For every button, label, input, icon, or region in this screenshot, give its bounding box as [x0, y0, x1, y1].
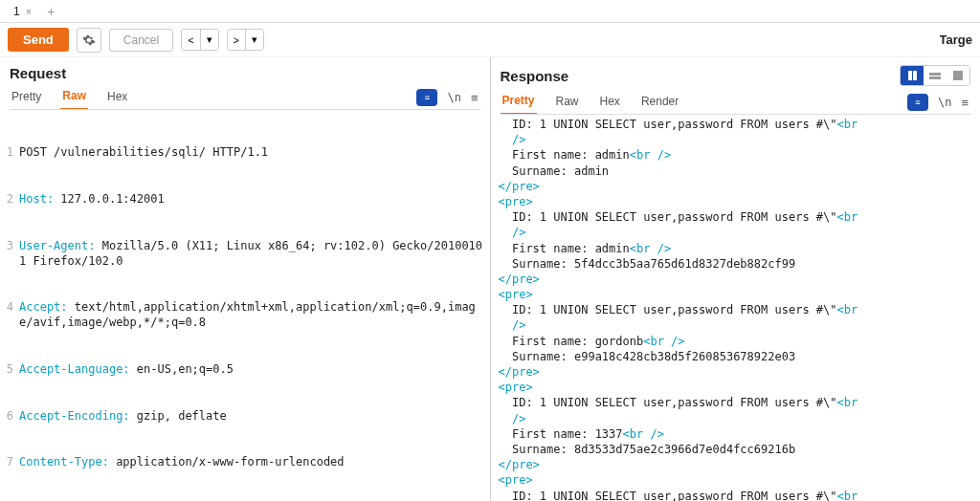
actions-button[interactable]: ≡: [416, 89, 437, 106]
nav-back-group: < ▾: [181, 29, 218, 51]
wrap-icon[interactable]: ≡: [961, 96, 969, 110]
target-label: Targe: [940, 33, 972, 47]
response-tab-pretty[interactable]: Pretty: [501, 90, 537, 115]
wrap-icon[interactable]: ≡: [471, 91, 479, 105]
gear-icon: [82, 33, 96, 47]
send-button[interactable]: Send: [8, 28, 69, 52]
response-subtabs: Pretty Raw Hex Render ≡ \n ≡: [491, 86, 981, 115]
response-tab-hex[interactable]: Hex: [598, 91, 622, 114]
nav-fwd-button[interactable]: >: [228, 30, 245, 50]
window-tabs: 1 × +: [0, 0, 980, 23]
cancel-button[interactable]: Cancel: [109, 29, 173, 52]
request-tab-raw[interactable]: Raw: [60, 85, 88, 110]
nav-back-button[interactable]: <: [182, 30, 199, 50]
request-editor[interactable]: 1POST /vulnerabilities/sqli/ HTTP/1.1 2H…: [0, 110, 490, 501]
nav-back-dropdown[interactable]: ▾: [200, 30, 218, 50]
response-title: Response: [501, 68, 569, 84]
tab-1[interactable]: 1 ×: [6, 2, 39, 21]
layout-rows[interactable]: [924, 66, 947, 85]
request-pane: Request Pretty Raw Hex ≡ \n ≡ 1POST /vul…: [0, 57, 491, 501]
response-viewer[interactable]: ID: 1 UNION SELECT user,password FROM us…: [491, 115, 981, 501]
request-subtabs: Pretty Raw Hex ≡ \n ≡: [0, 81, 490, 110]
response-tab-raw[interactable]: Raw: [554, 91, 581, 114]
layout-columns[interactable]: [901, 66, 924, 85]
main-split: Request Pretty Raw Hex ≡ \n ≡ 1POST /vul…: [0, 57, 980, 501]
new-tab-button[interactable]: +: [39, 1, 62, 22]
response-pane: Response Pretty Raw Hex Render ≡ \n ≡ ID…: [491, 57, 981, 501]
nav-fwd-group: > ▾: [227, 29, 264, 51]
settings-button[interactable]: [77, 28, 101, 53]
request-tab-hex[interactable]: Hex: [105, 86, 129, 109]
nav-fwd-dropdown[interactable]: ▾: [245, 30, 263, 50]
layout-single[interactable]: [947, 66, 969, 85]
toolbar: Send Cancel < ▾ > ▾ Targe: [0, 23, 980, 57]
newline-icon[interactable]: \n: [447, 91, 460, 104]
response-tab-render[interactable]: Render: [639, 91, 680, 114]
layout-toggle: [900, 65, 970, 86]
close-icon[interactable]: ×: [26, 6, 32, 17]
actions-button[interactable]: ≡: [907, 94, 928, 111]
request-title: Request: [10, 65, 66, 81]
request-tab-pretty[interactable]: Pretty: [10, 86, 43, 109]
newline-icon[interactable]: \n: [938, 96, 951, 109]
tab-label: 1: [13, 5, 20, 18]
